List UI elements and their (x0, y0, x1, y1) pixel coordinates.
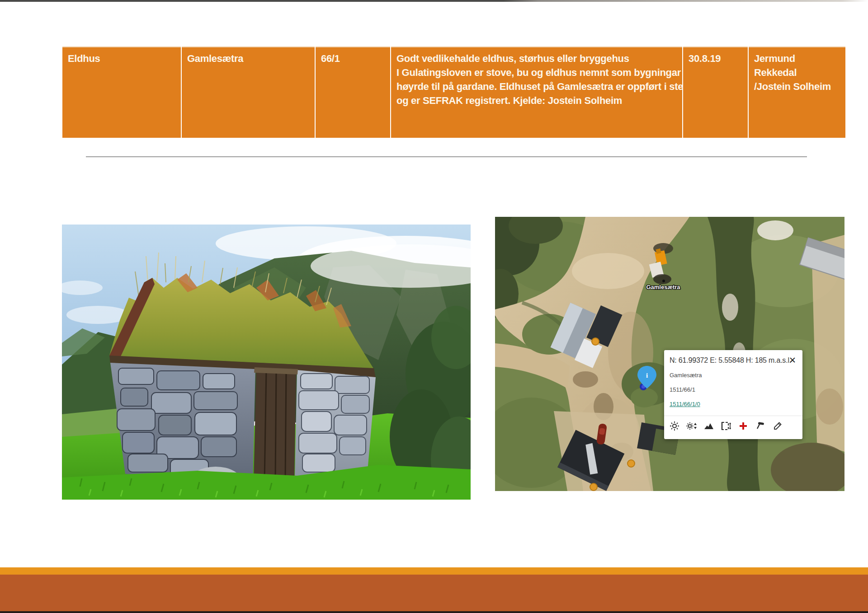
eldhus-photo-image (62, 225, 471, 500)
cell-building-type: Eldhus (62, 47, 181, 138)
cell-place-name: Gamlesætra (182, 47, 315, 138)
heritage-record-table: Eldhus Gamlesætra 66/1 Godt vedlikehalde… (62, 47, 845, 138)
horizontal-divider (86, 156, 807, 157)
popup-divider (664, 416, 802, 416)
parcel-number: 1511/66/1 (670, 386, 797, 393)
place-name-text: Gamlesætra (187, 53, 243, 64)
area-select-icon[interactable] (720, 420, 732, 432)
building-type-text: Eldhus (68, 53, 100, 64)
cell-date: 30.8.19 (683, 47, 748, 138)
gnr-bnr-text: 66/1 (321, 53, 340, 64)
description-line: Godt vedlikehalde eldhus, størhus eller … (396, 51, 677, 66)
hammer-icon[interactable] (755, 420, 766, 432)
map-panel: Gamlesætra (495, 217, 844, 491)
info-marker-glyph: i (646, 372, 648, 379)
brightness-icon[interactable] (669, 420, 680, 432)
description-line: og er SEFRAK registrert. Kjelde: Jostein… (396, 94, 677, 108)
coordinates-text: N: 61.99372 E: 5.55848 H: 185 m.a.s.l. (670, 356, 797, 365)
parcel-link[interactable]: 1511/66/1/0 (670, 401, 700, 407)
cell-gnr-bnr: 66/1 (316, 47, 390, 138)
cell-description: Godt vedlikehalde eldhus, størhus eller … (391, 47, 682, 138)
bottom-edge-line (0, 611, 868, 613)
top-border-line (0, 0, 868, 2)
description-line: høyrde til på gardane. Eldhuset på Gamle… (396, 80, 677, 94)
date-text: 30.8.19 (689, 53, 721, 64)
cell-registrars: Jermund Rekkedal /Jostein Solheim (749, 47, 845, 138)
add-icon[interactable] (737, 420, 749, 432)
footer-bar (0, 575, 868, 611)
brightness-adjust-icon[interactable] (686, 420, 698, 432)
popup-place-name: Gamlesætra (670, 372, 797, 379)
eldhus-photo (62, 225, 471, 500)
pencil-icon[interactable] (772, 420, 783, 432)
map-place-label: Gamlesætra (646, 284, 680, 290)
map-info-popup: N: 61.99372 E: 5.55848 H: 185 m.a.s.l. ✕… (664, 350, 802, 439)
elevation-profile-icon[interactable] (703, 420, 715, 432)
description-line: I Gulatingsloven er stove, bu og eldhus … (396, 66, 677, 80)
slide: Eldhus Gamlesætra 66/1 Godt vedlikehalde… (0, 0, 868, 613)
registrar-line: Jermund Rekkedal (754, 51, 840, 80)
popup-toolbar (669, 420, 783, 432)
footer-accent-stripe (0, 567, 868, 575)
close-icon[interactable]: ✕ (787, 355, 798, 366)
registrar-line: /Jostein Solheim (754, 80, 840, 94)
